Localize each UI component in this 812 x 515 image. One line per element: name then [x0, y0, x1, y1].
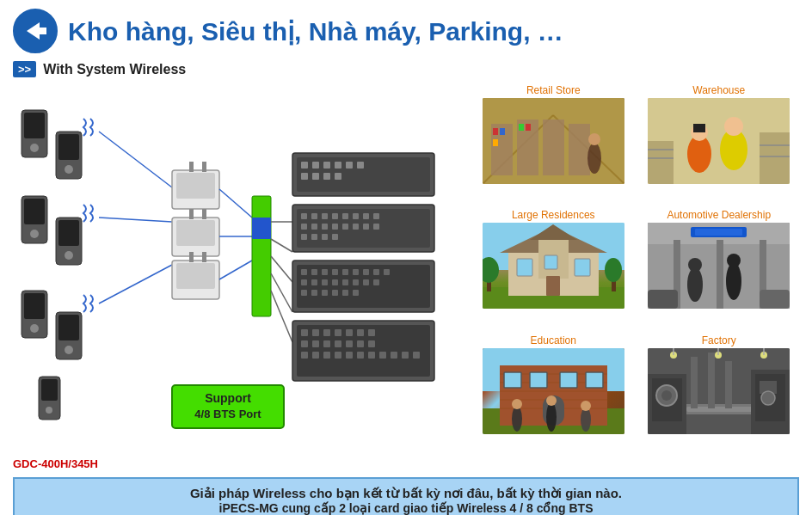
- image-cell-education: Education: [473, 334, 634, 454]
- svg-rect-17: [58, 315, 79, 340]
- svg-rect-79: [311, 234, 317, 240]
- svg-rect-105: [342, 290, 348, 296]
- svg-point-12: [65, 251, 73, 260]
- svg-point-157: [724, 117, 743, 136]
- svg-line-44: [271, 239, 292, 252]
- footer: Giải pháp Wireless cho bạn kết từ bất kỳ…: [13, 477, 799, 515]
- svg-rect-81: [332, 234, 338, 240]
- svg-line-22: [99, 132, 172, 187]
- svg-rect-122: [368, 340, 375, 347]
- svg-rect-55: [357, 162, 364, 169]
- image-cell-retail: Retail Store: [473, 84, 634, 204]
- svg-rect-87: [332, 269, 338, 275]
- svg-rect-146: [500, 128, 505, 135]
- automotive-image: [648, 223, 790, 309]
- svg-rect-222: [725, 361, 732, 408]
- retail-label: Retail Store: [526, 84, 581, 96]
- svg-rect-159: [760, 132, 790, 184]
- svg-rect-170: [517, 259, 532, 276]
- svg-rect-36: [202, 252, 206, 262]
- svg-rect-172: [544, 255, 557, 269]
- svg-rect-56: [301, 173, 308, 180]
- image-cell-residence: Large Residences: [473, 209, 634, 328]
- svg-rect-62: [301, 213, 307, 219]
- svg-rect-109: [301, 329, 308, 336]
- svg-rect-80: [322, 234, 328, 240]
- svg-rect-121: [357, 340, 364, 347]
- svg-point-18: [65, 346, 73, 354]
- svg-rect-50: [301, 162, 308, 169]
- main-content: WTIB: [0, 84, 812, 454]
- svg-point-205: [512, 406, 522, 432]
- svg-rect-85: [311, 269, 317, 275]
- svg-rect-42: [252, 218, 271, 239]
- svg-rect-28: [202, 162, 206, 172]
- svg-line-37: [219, 189, 252, 218]
- sub-header: >> With System Wireless: [0, 58, 812, 84]
- diagram-svg: WTIB: [13, 84, 460, 445]
- svg-point-6: [65, 165, 73, 174]
- svg-point-150: [587, 143, 601, 174]
- svg-rect-191: [695, 229, 742, 236]
- svg-rect-78: [301, 234, 307, 240]
- diagram-area: WTIB: [13, 84, 460, 454]
- svg-rect-130: [379, 352, 386, 359]
- svg-rect-20: [41, 379, 58, 401]
- svg-rect-65: [332, 213, 338, 219]
- factory-label: Factory: [702, 334, 736, 346]
- svg-rect-98: [353, 279, 359, 285]
- svg-rect-51: [312, 162, 319, 169]
- svg-line-47: [271, 291, 292, 342]
- svg-rect-120: [346, 340, 353, 347]
- gdc-label: GDC-400H/345H: [0, 457, 812, 470]
- svg-rect-74: [342, 224, 348, 230]
- residence-image: [483, 223, 624, 309]
- svg-point-184: [687, 267, 703, 302]
- warehouse-label: Warehouse: [692, 84, 745, 96]
- svg-rect-31: [189, 209, 194, 219]
- svg-rect-40: [252, 196, 271, 316]
- residence-label: Large Residences: [512, 209, 595, 221]
- footer-line2: iPECS-MG cung cấp 2 loại card giao tiếp …: [28, 501, 784, 515]
- svg-rect-59: [335, 173, 341, 180]
- svg-rect-91: [373, 269, 379, 275]
- svg-point-224: [761, 391, 775, 405]
- svg-rect-201: [504, 372, 521, 388]
- svg-rect-113: [346, 329, 353, 336]
- svg-rect-52: [323, 162, 330, 169]
- svg-rect-5: [58, 134, 79, 160]
- svg-rect-131: [391, 352, 397, 359]
- svg-rect-143: [543, 120, 564, 175]
- svg-rect-189: [760, 290, 790, 309]
- svg-rect-115: [368, 329, 375, 336]
- svg-rect-103: [322, 290, 328, 296]
- arrow-circle-icon: [13, 9, 58, 53]
- svg-rect-132: [402, 352, 409, 359]
- svg-rect-124: [312, 352, 319, 359]
- svg-rect-93: [301, 279, 307, 285]
- svg-point-207: [546, 402, 557, 432]
- svg-text:4/8 BTS Port: 4/8 BTS Port: [194, 408, 261, 420]
- svg-rect-117: [312, 340, 319, 347]
- svg-point-208: [546, 395, 557, 406]
- svg-rect-106: [353, 290, 359, 296]
- svg-rect-88: [342, 269, 348, 275]
- svg-rect-220: [691, 357, 698, 408]
- svg-point-209: [581, 408, 591, 432]
- svg-rect-102: [311, 290, 317, 296]
- svg-rect-67: [353, 213, 359, 219]
- svg-rect-26: [176, 173, 215, 199]
- svg-point-151: [588, 133, 600, 145]
- svg-rect-202: [530, 372, 547, 388]
- svg-rect-158: [648, 141, 674, 184]
- images-grid: Retail Store: [473, 84, 799, 454]
- svg-rect-182: [717, 240, 723, 309]
- svg-line-39: [219, 261, 252, 279]
- image-cell-warehouse: Warehouse: [639, 84, 800, 204]
- svg-point-186: [726, 262, 741, 300]
- svg-rect-99: [363, 279, 369, 285]
- svg-point-210: [581, 401, 591, 411]
- retail-image: [483, 98, 624, 184]
- svg-rect-96: [332, 279, 338, 285]
- svg-rect-35: [189, 252, 194, 262]
